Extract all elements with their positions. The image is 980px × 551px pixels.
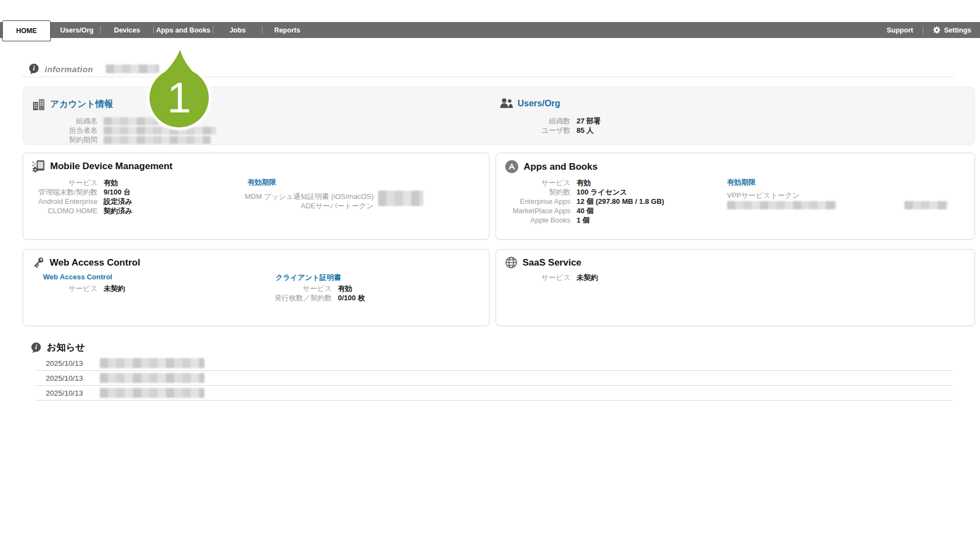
apps-row-marketplace-apps: MarketPlace Apps 40 個 — [507, 206, 664, 215]
field-label: 管理端末数/契約数 — [34, 187, 98, 197]
mdm-row-android-enterprise: Android Enterprise 設定済み — [34, 197, 132, 206]
mdm-row-service: サービス 有効 — [34, 178, 132, 187]
annotation-step-1-balloon: 1 — [143, 40, 217, 138]
field-label: MarketPlace Apps — [507, 206, 570, 215]
tab-reports[interactable]: Reports — [262, 22, 312, 38]
field-label: Android Enterprise — [34, 197, 98, 206]
tab-users-org[interactable]: Users/Org — [53, 22, 100, 38]
field-label: サービス — [507, 178, 570, 187]
saas-card-title: SaaS Service — [505, 256, 581, 269]
field-label: ユーザ数 — [507, 126, 570, 135]
notice-date: 2025/10/13 — [46, 374, 89, 382]
field-label: 発行枚数／契約数 — [274, 293, 332, 302]
field-label: ADEサーバートークン — [301, 202, 374, 211]
wac-row-service: サービス 未契約 — [34, 284, 125, 293]
notices-list: 2025/10/13 2025/10/13 2025/10/13 — [37, 356, 953, 401]
mdm-ade-token-row: ADEサーバートークン — [247, 202, 374, 211]
field-value: 有効 — [577, 178, 591, 187]
support-link[interactable]: Support — [887, 26, 913, 34]
field-value: 有効 — [338, 284, 352, 293]
saas-row-service: サービス 未契約 — [507, 273, 598, 282]
buildings-icon — [33, 98, 46, 110]
users-org-rows: 組織数 27 部署 ユーザ数 85 人 — [507, 116, 601, 135]
field-label: サービス — [274, 284, 332, 293]
field-value: 1 個 — [577, 215, 590, 225]
users-org-section-title: Users/Org — [499, 98, 560, 109]
cert-row-service: サービス 有効 — [274, 284, 365, 293]
redacted-notice-text — [100, 373, 204, 383]
field-value: 有効 — [104, 178, 118, 187]
apps-row-service: サービス 有効 — [507, 178, 664, 187]
top-navbar: HOME Users/Org Devices Apps and Books Jo… — [0, 22, 980, 38]
apps-books-title-text: Apps and Books — [524, 161, 597, 172]
app-store-icon — [505, 160, 519, 174]
information-row: i information — [29, 63, 159, 74]
web-access-left-rows: サービス 未契約 — [34, 284, 125, 293]
notices-section-title: i お知らせ — [31, 341, 85, 354]
nav-separator — [923, 26, 923, 34]
account-title-text: アカウント情報 — [50, 99, 113, 110]
mdm-row-clomo-home: CLOMO HOME 契約済み — [34, 206, 132, 215]
redacted-value — [727, 201, 836, 209]
web-access-control-link[interactable]: Web Access Control — [43, 273, 112, 281]
web-access-card-title: Web Access Control — [32, 256, 140, 269]
field-label: 契約期間 — [34, 135, 98, 144]
mdm-push-cert-row: MDM プッシュ通知証明書 (iOS/macOS) — [247, 192, 374, 202]
mdm-card: Mobile Device Management サービス 有効 管理端末数/契… — [23, 153, 489, 240]
vpp-token-label: VPPサービストークン — [727, 191, 800, 201]
web-access-right-rows: サービス 有効 発行枚数／契約数 0/100 枚 — [274, 284, 365, 302]
notice-date: 2025/10/13 — [46, 389, 89, 397]
info-icon: i — [29, 63, 39, 74]
web-access-card: Web Access Control Web Access Control サー… — [23, 249, 489, 326]
notice-item[interactable]: 2025/10/13 — [37, 356, 953, 371]
gear-icon — [933, 26, 941, 34]
mdm-title-text: Mobile Device Management — [50, 161, 173, 172]
apps-expiry-link[interactable]: 有効期限 — [727, 177, 756, 187]
redacted-value — [378, 191, 423, 206]
apps-row-enterprise-apps: Enterprise Apps 12 個 (297.80 MB / 1.8 GB… — [507, 197, 664, 206]
notice-item[interactable]: 2025/10/13 — [37, 371, 953, 386]
field-value: 未契約 — [577, 273, 598, 282]
field-label: Apple Books — [507, 215, 570, 225]
field-label: 契約数 — [507, 187, 570, 197]
field-value: 100 ライセンス — [577, 187, 627, 197]
field-value: 9/100 台 — [104, 187, 131, 197]
account-section-title: アカウント情報 — [33, 98, 113, 110]
svg-text:i: i — [33, 64, 35, 72]
apps-row-licenses: 契約数 100 ライセンス — [507, 187, 664, 197]
field-value: 契約済み — [104, 206, 132, 215]
redacted-notice-text — [100, 358, 204, 368]
field-value: 40 個 — [577, 206, 594, 215]
users-org-title-text: Users/Org — [518, 99, 560, 109]
tab-jobs[interactable]: Jobs — [213, 22, 262, 38]
settings-button[interactable]: Settings — [933, 26, 971, 34]
globe-icon — [505, 256, 518, 269]
apps-books-rows: サービス 有効 契約数 100 ライセンス Enterprise Apps 12… — [507, 178, 664, 225]
web-access-title-text: Web Access Control — [50, 257, 140, 268]
tab-devices[interactable]: Devices — [101, 22, 153, 38]
field-label: 組織数 — [507, 116, 570, 126]
tab-apps-and-books[interactable]: Apps and Books — [154, 22, 213, 38]
saas-rows: サービス 未契約 — [507, 273, 598, 282]
mdm-card-title: Mobile Device Management — [32, 160, 173, 173]
nav-tabs: Users/Org Devices Apps and Books Jobs Re… — [53, 22, 312, 38]
field-label: MDM プッシュ通知証明書 (iOS/macOS) — [245, 192, 374, 202]
notice-item[interactable]: 2025/10/13 — [37, 386, 953, 401]
apps-books-card: Apps and Books サービス 有効 契約数 100 ライセンス Ent… — [496, 153, 975, 240]
mdm-rows: サービス 有効 管理端末数/契約数 9/100 台 Android Enterp… — [34, 178, 132, 215]
key-icon — [32, 256, 45, 269]
annotation-number: 1 — [167, 73, 191, 122]
notices-title-text: お知らせ — [47, 341, 85, 354]
field-label: CLOMO HOME — [34, 206, 98, 215]
notice-date: 2025/10/13 — [46, 359, 89, 368]
cert-row-issued: 発行枚数／契約数 0/100 枚 — [274, 293, 365, 302]
svg-text:i: i — [35, 343, 37, 351]
tab-home[interactable]: HOME — [2, 20, 51, 41]
saas-title-text: SaaS Service — [523, 257, 581, 268]
nav-right: Support Settings — [887, 26, 980, 34]
mdm-expiry-link[interactable]: 有効期限 — [247, 177, 276, 187]
settings-label: Settings — [944, 26, 971, 34]
client-certificate-link[interactable]: クライアント証明書 — [276, 273, 341, 283]
field-value: 85 人 — [577, 126, 594, 135]
field-value: 設定済み — [104, 197, 132, 206]
